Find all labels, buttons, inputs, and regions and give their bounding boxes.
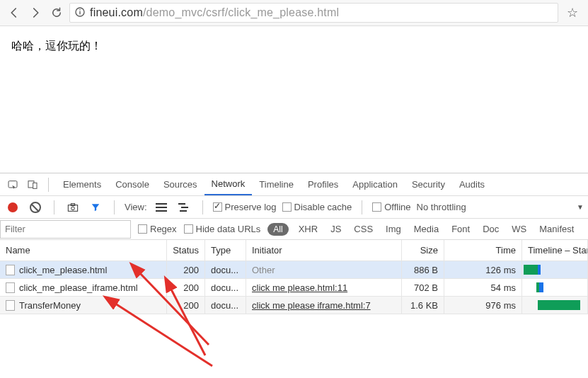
filter-input[interactable] [0, 220, 131, 239]
network-table: Name Status Type Initiator Size Time Tim… [0, 240, 588, 378]
chevron-down-icon[interactable]: ▼ [577, 203, 584, 211]
tab-console[interactable]: Console [108, 173, 156, 195]
request-initiator[interactable]: click me please iframe.html:7 [252, 300, 371, 311]
svg-rect-5 [33, 183, 37, 188]
request-status: 200 [167, 297, 205, 314]
tab-elements[interactable]: Elements [56, 173, 108, 195]
request-type: docu... [205, 261, 246, 278]
svg-rect-2 [79, 9, 80, 10]
tab-network[interactable]: Network [204, 173, 253, 195]
request-size: 886 B [402, 261, 444, 278]
table-row[interactable]: TransferMoney 200 docu... click me pleas… [0, 297, 588, 314]
col-type[interactable]: Type [205, 240, 246, 260]
filter-type-img[interactable]: Img [383, 224, 404, 234]
svg-rect-11 [156, 210, 167, 212]
devtools-panel: Elements Console Sources Network Timelin… [0, 173, 588, 378]
network-filter-bar: Regex Hide data URLs All XHR JS CSS Img … [0, 219, 588, 240]
request-type: docu... [205, 279, 246, 296]
col-initiator[interactable]: Initiator [246, 240, 402, 260]
filter-all-pill[interactable]: All [267, 223, 288, 236]
checkbox-icon [184, 224, 193, 234]
svg-rect-14 [180, 210, 187, 212]
svg-rect-7 [71, 203, 74, 205]
tab-timeline[interactable]: Timeline [252, 173, 301, 195]
col-timeline[interactable]: Timeline – Start [522, 240, 588, 260]
document-icon [6, 300, 15, 311]
back-button[interactable] [6, 4, 23, 21]
request-status: 200 [167, 279, 205, 296]
request-time: 126 ms [444, 261, 522, 278]
document-icon [6, 265, 15, 275]
filter-type-manifest[interactable]: Manifest [536, 224, 577, 234]
hide-data-urls-checkbox[interactable]: Hide data URLs [184, 224, 261, 234]
divider [202, 200, 203, 214]
preserve-log-checkbox[interactable]: Preserve log [213, 202, 277, 212]
divider [114, 200, 115, 214]
clear-button[interactable] [27, 199, 44, 216]
page-body: 哈哈，逗你玩的！ [0, 26, 588, 67]
document-icon [6, 282, 15, 293]
record-button[interactable] [4, 199, 21, 216]
device-toggle-icon[interactable] [24, 176, 41, 193]
filter-toggle-icon[interactable] [87, 199, 104, 216]
address-bar[interactable]: fineui.com/demo_mvc/csrf/click_me_please… [69, 3, 558, 23]
checkbox-icon [372, 202, 381, 212]
throttling-select[interactable]: No throttling [417, 202, 466, 212]
checkbox-icon [282, 202, 292, 212]
disable-cache-checkbox[interactable]: Disable cache [282, 202, 352, 212]
filter-type-font[interactable]: Font [449, 224, 473, 234]
svg-rect-3 [8, 181, 17, 187]
col-time[interactable]: Time [444, 240, 522, 260]
devtools-tabbar: Elements Console Sources Network Timelin… [0, 173, 588, 196]
capture-screenshots-icon[interactable] [64, 199, 81, 216]
filter-type-xhr[interactable]: XHR [296, 224, 321, 234]
info-icon[interactable] [74, 6, 86, 20]
tab-audits[interactable]: Audits [452, 173, 492, 195]
overview-icon[interactable] [175, 199, 192, 216]
waterfall-cell [522, 261, 588, 278]
table-row[interactable]: click_me_please_iframe.html 200 docu... … [0, 279, 588, 297]
bookmark-star-icon[interactable]: ☆ [563, 5, 582, 21]
checkbox-icon [138, 224, 147, 234]
filter-type-ws[interactable]: WS [509, 224, 529, 234]
tab-sources[interactable]: Sources [156, 173, 204, 195]
large-rows-icon[interactable] [153, 199, 170, 216]
filter-type-js[interactable]: JS [328, 224, 344, 234]
url-text: fineui.com/demo_mvc/csrf/click_me_please… [90, 6, 339, 19]
request-time: 54 ms [444, 279, 522, 296]
request-name: click_me_please.html [19, 265, 107, 275]
inspect-element-icon[interactable] [4, 176, 21, 193]
tab-security[interactable]: Security [405, 173, 452, 195]
forward-button[interactable] [27, 4, 44, 21]
col-name[interactable]: Name [0, 240, 167, 260]
divider [48, 178, 49, 192]
col-status[interactable]: Status [167, 240, 205, 260]
svg-rect-12 [178, 203, 185, 205]
filter-type-media[interactable]: Media [411, 224, 442, 234]
waterfall-cell [522, 297, 588, 314]
filter-type-css[interactable]: CSS [351, 224, 376, 234]
divider [54, 200, 54, 214]
request-size: 702 B [402, 279, 444, 296]
request-type: docu... [205, 297, 246, 314]
browser-nav-bar: fineui.com/demo_mvc/csrf/click_me_please… [0, 0, 588, 26]
filter-type-doc[interactable]: Doc [480, 224, 502, 234]
view-label: View: [125, 202, 147, 212]
tab-application[interactable]: Application [345, 173, 405, 195]
devtools-tabs: Elements Console Sources Network Timelin… [56, 173, 492, 195]
svg-rect-10 [156, 207, 167, 208]
table-row[interactable]: click_me_please.html 200 docu... Other 8… [0, 261, 588, 279]
request-name: TransferMoney [19, 300, 81, 311]
reload-button[interactable] [48, 4, 65, 21]
regex-checkbox[interactable]: Regex [138, 224, 177, 234]
tab-profiles[interactable]: Profiles [301, 173, 345, 195]
svg-rect-1 [79, 11, 80, 14]
svg-rect-9 [156, 203, 167, 205]
request-initiator[interactable]: click me please.html:11 [252, 282, 347, 293]
svg-rect-13 [181, 207, 188, 208]
network-toolbar: View: Preserve log Disable cache Offline… [0, 196, 588, 219]
request-name: click_me_please_iframe.html [19, 282, 138, 293]
request-status: 200 [167, 261, 205, 278]
offline-checkbox[interactable]: Offline [372, 202, 410, 212]
col-size[interactable]: Size [402, 240, 444, 260]
